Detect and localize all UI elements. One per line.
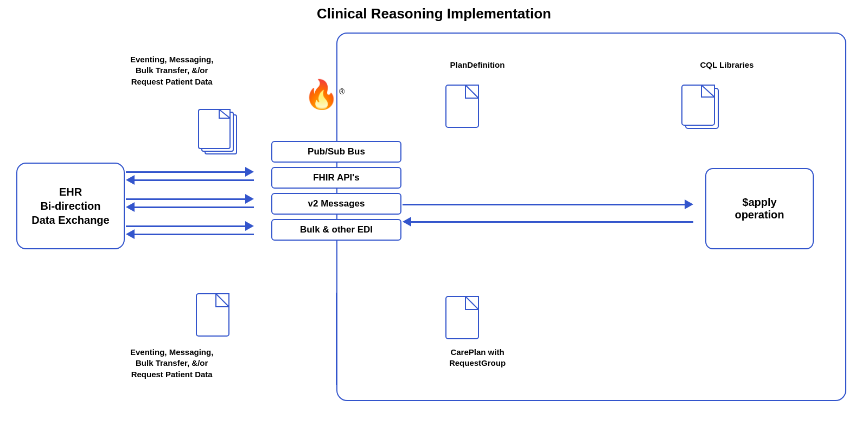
bottom-left-doc <box>195 293 236 341</box>
care-plan-doc <box>445 295 486 344</box>
diagram-container: Clinical Reasoning Implementation EHRBi-… <box>0 0 868 426</box>
arrow-bus-to-ehr-2 <box>126 202 254 212</box>
fhir-flame-icon: 🔥® <box>304 80 344 108</box>
arrow-apply-to-bus-left <box>403 217 693 227</box>
pub-sub-box: Pub/Sub Bus <box>271 141 401 163</box>
care-plan-label: CarePlan withRequestGroup <box>429 347 526 369</box>
vertical-line-bus <box>336 293 337 385</box>
cql-libraries-docs <box>678 84 727 135</box>
apply-label: $applyoperation <box>735 196 784 221</box>
ehr-box: EHRBi-directionData Exchange <box>16 163 125 249</box>
apply-box: $applyoperation <box>705 168 814 249</box>
bulk-edi-box: Bulk & other EDI <box>271 219 401 241</box>
cri-title: Clinical Reasoning Implementation <box>0 5 868 22</box>
arrow-bus-to-ehr-1 <box>126 175 254 185</box>
cql-libraries-label: CQL Libraries <box>678 60 776 70</box>
fhir-api-box: FHIR API's <box>271 167 401 189</box>
plan-definition-doc <box>445 84 486 133</box>
top-left-label: Eventing, Messaging,Bulk Transfer, &/orR… <box>130 54 213 87</box>
plan-definition-label: PlanDefinition <box>434 60 521 70</box>
bottom-left-label: Eventing, Messaging,Bulk Transfer, &/orR… <box>130 347 213 380</box>
stacked-docs-top <box>195 108 244 165</box>
bus-container: Pub/Sub Bus FHIR API's v2 Messages Bulk … <box>271 141 401 245</box>
v2-messages-box: v2 Messages <box>271 193 401 215</box>
arrow-bus-to-ehr-3 <box>126 229 254 239</box>
arrow-bus-to-apply-right <box>403 199 693 209</box>
ehr-label: EHRBi-directionData Exchange <box>31 185 109 227</box>
